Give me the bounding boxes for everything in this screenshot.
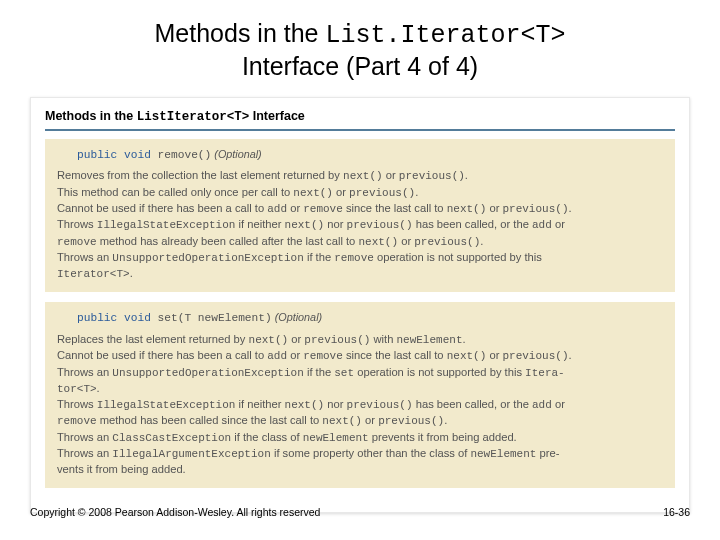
text-span: with bbox=[370, 333, 396, 345]
code-span: set bbox=[334, 367, 354, 379]
code-span: previous() bbox=[349, 187, 415, 199]
title-line2: Interface (Part 4 of 4) bbox=[242, 52, 478, 80]
code-span: previous() bbox=[414, 236, 480, 248]
code-span: next() bbox=[249, 334, 289, 346]
text-span: . bbox=[444, 414, 447, 426]
title-prefix: Methods in the bbox=[155, 19, 326, 47]
code-span: add bbox=[267, 350, 287, 362]
text-span: operation is not supported by this bbox=[374, 251, 542, 263]
text-span: Throws an bbox=[57, 447, 112, 459]
text-span: Throws an bbox=[57, 431, 112, 443]
text-span: vents it from being added. bbox=[57, 463, 186, 475]
page-number: 16-36 bbox=[663, 506, 690, 518]
method-remove-signature: public void remove() (Optional) bbox=[57, 147, 663, 163]
text-span: or bbox=[486, 202, 502, 214]
desc-line: This method can be called only once per … bbox=[57, 185, 663, 200]
text-span: Throws an bbox=[57, 366, 112, 378]
text-span: if neither bbox=[235, 398, 284, 410]
text-span: operation is not supported by this bbox=[354, 366, 525, 378]
text-span: since the last call to bbox=[343, 202, 447, 214]
code-span: ClassCastException bbox=[112, 432, 231, 444]
text-span: or bbox=[333, 186, 349, 198]
code-span: remove bbox=[57, 415, 97, 427]
desc-line: Cannot be used if there has been a call … bbox=[57, 348, 663, 363]
code-span: IllegalArgumentException bbox=[112, 448, 270, 460]
text-span: or bbox=[362, 414, 378, 426]
desc-line: Throws an UnsupportedOperationException … bbox=[57, 365, 663, 380]
method-name: remove() bbox=[151, 149, 211, 161]
desc-line: Replaces the last element returned by ne… bbox=[57, 332, 663, 347]
desc-line: Throws IllegalStateException if neither … bbox=[57, 217, 663, 232]
text-span: Throws bbox=[57, 398, 97, 410]
code-span: next() bbox=[447, 350, 487, 362]
code-span: previous() bbox=[502, 350, 568, 362]
method-remove: public void remove() (Optional) Removes … bbox=[45, 139, 675, 293]
desc-line: Throws an UnsupportedOperationException … bbox=[57, 250, 663, 265]
text-span: or bbox=[287, 349, 303, 361]
code-span: next() bbox=[358, 236, 398, 248]
code-span: previous() bbox=[347, 399, 413, 411]
panel-divider bbox=[45, 129, 675, 131]
text-span: Throws bbox=[57, 218, 97, 230]
text-span: nor bbox=[324, 398, 346, 410]
text-span: nor bbox=[324, 218, 346, 230]
text-span: or bbox=[552, 398, 565, 410]
code-span: remove bbox=[303, 350, 343, 362]
text-span: if neither bbox=[235, 218, 284, 230]
text-span: Replaces the last element returned by bbox=[57, 333, 249, 345]
code-span: tor<T> bbox=[57, 383, 97, 395]
code-span: next() bbox=[285, 399, 325, 411]
slide-title: Methods in the List.Iterator<T> Interfac… bbox=[30, 18, 690, 83]
text-span: if some property other than the class of bbox=[271, 447, 471, 459]
method-name: set(T newElement) bbox=[151, 312, 272, 324]
desc-line: Removes from the collection the last ele… bbox=[57, 168, 663, 183]
code-span: next() bbox=[285, 219, 325, 231]
copyright-footer: Copyright © 2008 Pearson Addison-Wesley.… bbox=[30, 506, 320, 518]
method-set-desc: Replaces the last element returned by ne… bbox=[57, 332, 663, 477]
optional-tag: (Optional) bbox=[211, 148, 261, 160]
code-span: IllegalStateException bbox=[97, 399, 236, 411]
panel-heading-code: ListIterator<T> bbox=[137, 110, 250, 124]
text-span: Throws an bbox=[57, 251, 112, 263]
text-span: if the bbox=[304, 251, 334, 263]
panel-heading: Methods in the ListIterator<T> Interface bbox=[45, 108, 675, 125]
code-span: remove bbox=[303, 203, 343, 215]
text-span: This method can be called only once per … bbox=[57, 186, 293, 198]
text-span: method has been called since the last ca… bbox=[97, 414, 323, 426]
text-span: has been called, or the bbox=[413, 218, 532, 230]
text-span: or bbox=[383, 169, 399, 181]
code-span: previous() bbox=[502, 203, 568, 215]
keyword: public void bbox=[77, 312, 151, 324]
code-span: Itera- bbox=[525, 367, 565, 379]
code-span: newElement bbox=[396, 334, 462, 346]
method-remove-desc: Removes from the collection the last ele… bbox=[57, 168, 663, 281]
text-span: or bbox=[287, 202, 303, 214]
text-span: . bbox=[568, 349, 571, 361]
method-set: public void set(T newElement) (Optional)… bbox=[45, 302, 675, 488]
text-span: Removes from the collection the last ele… bbox=[57, 169, 343, 181]
text-span: . bbox=[465, 169, 468, 181]
text-span: . bbox=[415, 186, 418, 198]
text-span: since the last call to bbox=[343, 349, 447, 361]
code-span: next() bbox=[343, 170, 383, 182]
desc-line: Throws IllegalStateException if neither … bbox=[57, 397, 663, 412]
code-span: next() bbox=[447, 203, 487, 215]
panel-heading-suffix: Interface bbox=[249, 109, 305, 123]
method-set-signature: public void set(T newElement) (Optional) bbox=[57, 310, 663, 326]
code-span: previous() bbox=[399, 170, 465, 182]
code-span: add bbox=[532, 399, 552, 411]
code-span: previous() bbox=[378, 415, 444, 427]
desc-line: tor<T>. bbox=[57, 381, 663, 396]
desc-line: Iterator<T>. bbox=[57, 266, 663, 281]
desc-line: Cannot be used if there has been a call … bbox=[57, 201, 663, 216]
title-code: List.Iterator<T> bbox=[325, 21, 565, 50]
text-span: prevents it from being added. bbox=[369, 431, 517, 443]
code-span: newElement bbox=[303, 432, 369, 444]
code-span: add bbox=[532, 219, 552, 231]
text-span: or bbox=[486, 349, 502, 361]
text-span: . bbox=[480, 235, 483, 247]
text-span: or bbox=[552, 218, 565, 230]
text-span: or bbox=[288, 333, 304, 345]
keyword: public void bbox=[77, 149, 151, 161]
desc-line: Throws an ClassCastException if the clas… bbox=[57, 430, 663, 445]
